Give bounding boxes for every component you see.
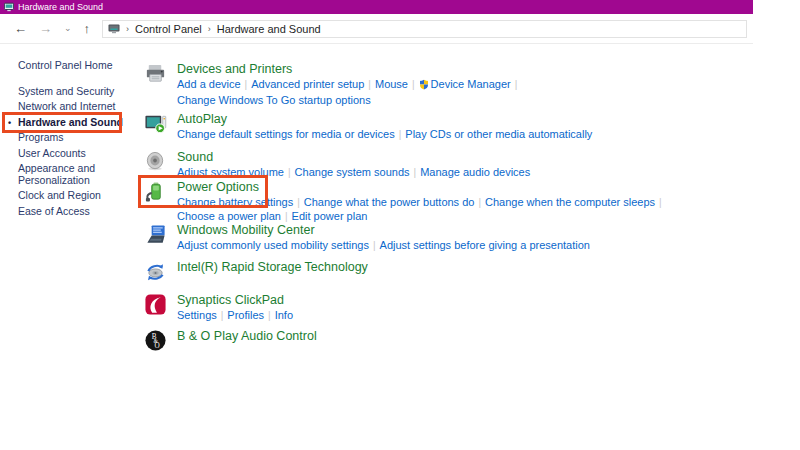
link-edit-power-plan[interactable]: Edit power plan xyxy=(292,210,368,222)
control-panel-icon xyxy=(4,2,14,12)
main-content: Devices and Printers Add a device|Advanc… xyxy=(144,62,744,352)
link-change-default-settings-for-media-or-devices[interactable]: Change default settings for media or dev… xyxy=(177,128,395,140)
section-title[interactable]: Synaptics ClickPad xyxy=(177,293,293,308)
section-bo-play-audio-control: B&O B & O Play Audio Control xyxy=(144,329,744,352)
section-devices-and-printers: Devices and Printers Add a device|Advanc… xyxy=(144,62,744,107)
sidebar: Control Panel Home System and Security N… xyxy=(0,60,138,221)
section-title[interactable]: Devices and Printers xyxy=(177,62,521,77)
link-separator: | xyxy=(297,197,300,208)
sidebar-item-ease-of-access[interactable]: Ease of Access xyxy=(0,206,130,218)
breadcrumb-chevron: › xyxy=(208,24,211,34)
link-separator: | xyxy=(659,197,662,208)
svg-text:O: O xyxy=(155,342,160,350)
sidebar-item-system-and-security[interactable]: System and Security xyxy=(0,86,130,98)
sidebar-item-user-accounts[interactable]: User Accounts xyxy=(0,148,130,160)
address-bar[interactable]: › Control Panel › Hardware and Sound xyxy=(102,20,747,38)
link-separator: | xyxy=(515,79,518,90)
link-separator: | xyxy=(478,197,481,208)
back-icon[interactable]: ← xyxy=(14,22,27,35)
mobility-icon xyxy=(144,223,167,246)
forward-icon[interactable]: → xyxy=(39,22,52,35)
link-separator: | xyxy=(288,167,291,178)
breadcrumb-hardware-and-sound[interactable]: Hardware and Sound xyxy=(217,23,321,35)
section-synaptics-clickpad: Synaptics ClickPad Settings|Profiles|Inf… xyxy=(144,293,744,323)
printer-icon xyxy=(144,62,167,85)
link-adjust-system-volume[interactable]: Adjust system volume xyxy=(177,166,284,178)
link-adjust-commonly-used-mobility-settings[interactable]: Adjust commonly used mobility settings xyxy=(177,239,369,251)
link-separator: | xyxy=(368,79,371,90)
link-change-what-the-power-buttons-do[interactable]: Change what the power buttons do xyxy=(304,196,475,208)
section-power-options: Power Options Change battery settings|Ch… xyxy=(144,180,744,223)
link-separator: | xyxy=(373,240,376,251)
control-panel-icon xyxy=(108,24,120,34)
autoplay-icon xyxy=(144,112,167,135)
link-separator: | xyxy=(268,310,271,321)
breadcrumb-chevron: › xyxy=(126,24,129,34)
section-title[interactable]: AutoPlay xyxy=(177,112,592,127)
sidebar-item-network-and-internet[interactable]: Network and Internet xyxy=(0,101,130,113)
link-manage-audio-devices[interactable]: Manage audio devices xyxy=(420,166,530,178)
window-titlebar: Hardware and Sound xyxy=(0,0,753,14)
up-icon[interactable]: ↑ xyxy=(84,22,91,35)
sidebar-item-label: Hardware and Sound xyxy=(18,116,123,128)
section-intel-rapid-storage-technology: Intel(R) Rapid Storage Technology xyxy=(144,260,744,283)
section-title[interactable]: B & O Play Audio Control xyxy=(177,329,317,344)
link-separator: | xyxy=(285,211,288,222)
section-autoplay: AutoPlay Change default settings for med… xyxy=(144,112,744,142)
link-mouse[interactable]: Mouse xyxy=(375,78,408,90)
window-title: Hardware and Sound xyxy=(18,0,103,14)
bo-play-icon: B&O xyxy=(144,329,167,352)
link-change-windows-to-go-startup-options[interactable]: Change Windows To Go startup options xyxy=(177,94,371,106)
sidebar-item-hardware-and-sound[interactable]: • Hardware and Sound xyxy=(0,117,130,129)
link-adjust-settings-before-giving-a-presentation[interactable]: Adjust settings before giving a presenta… xyxy=(380,239,590,251)
link-choose-a-power-plan[interactable]: Choose a power plan xyxy=(177,210,281,222)
link-separator: | xyxy=(412,79,415,90)
link-add-a-device[interactable]: Add a device xyxy=(177,78,241,90)
section-windows-mobility-center: Windows Mobility Center Adjust commonly … xyxy=(144,223,744,253)
synaptics-icon xyxy=(144,293,167,316)
section-title[interactable]: Sound xyxy=(177,150,530,165)
link-change-when-the-computer-sleeps[interactable]: Change when the computer sleeps xyxy=(485,196,655,208)
sidebar-item-appearance-and-personalization[interactable]: Appearance and Personalization xyxy=(0,163,130,186)
navigation-bar: ← → ⌄ ↑ › Control Panel › Hardware and S… xyxy=(0,14,753,44)
link-info[interactable]: Info xyxy=(275,309,293,321)
intel-rst-icon xyxy=(144,260,167,283)
link-separator: | xyxy=(414,167,417,178)
link-profiles[interactable]: Profiles xyxy=(227,309,264,321)
sidebar-item-programs[interactable]: Programs xyxy=(0,132,130,144)
section-title[interactable]: Windows Mobility Center xyxy=(177,223,590,238)
battery-icon xyxy=(144,180,167,203)
sidebar-item-control-panel-home[interactable]: Control Panel Home xyxy=(0,60,130,72)
breadcrumb-control-panel[interactable]: Control Panel xyxy=(135,23,202,35)
section-title[interactable]: Intel(R) Rapid Storage Technology xyxy=(177,260,368,275)
sidebar-item-clock-and-region[interactable]: Clock and Region xyxy=(0,190,130,202)
link-change-battery-settings[interactable]: Change battery settings xyxy=(177,196,293,208)
speaker-icon xyxy=(144,150,167,173)
recent-locations-chevron-icon[interactable]: ⌄ xyxy=(64,24,72,33)
section-title[interactable]: Power Options xyxy=(177,180,666,195)
link-settings[interactable]: Settings xyxy=(177,309,217,321)
link-advanced-printer-setup[interactable]: Advanced printer setup xyxy=(251,78,364,90)
uac-shield-icon xyxy=(419,79,429,94)
link-separator: | xyxy=(399,129,402,140)
link-change-system-sounds[interactable]: Change system sounds xyxy=(295,166,410,178)
section-sound: Sound Adjust system volume|Change system… xyxy=(144,150,744,180)
link-play-cds-or-other-media-automatically[interactable]: Play CDs or other media automatically xyxy=(405,128,592,140)
link-separator: | xyxy=(245,79,248,90)
active-item-bullet: • xyxy=(8,118,11,130)
link-separator: | xyxy=(221,310,224,321)
link-device-manager[interactable]: Device Manager xyxy=(431,78,511,90)
